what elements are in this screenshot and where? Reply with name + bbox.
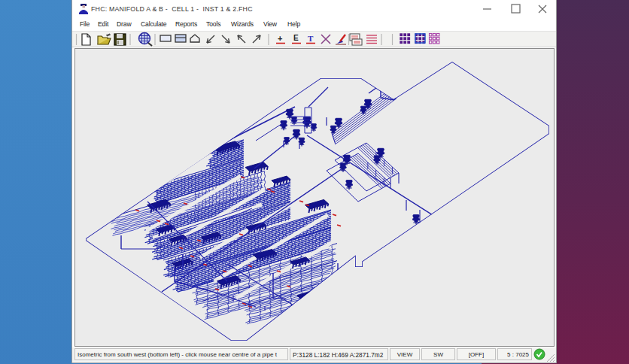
svg-text:E: E	[293, 34, 299, 42]
svg-text:T: T	[308, 34, 314, 43]
svg-text:+: +	[278, 34, 282, 43]
